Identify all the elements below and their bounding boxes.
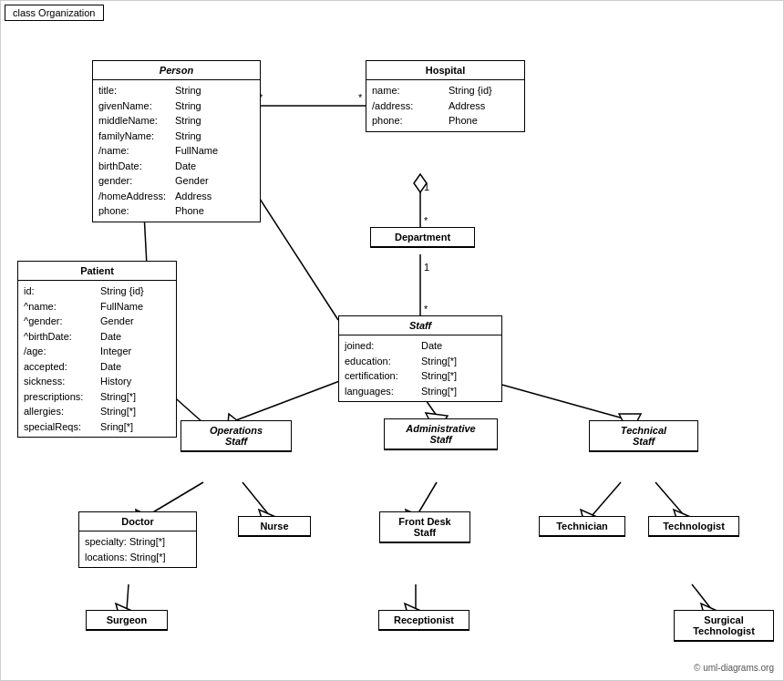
- diagram-canvas: class Organization * * 1 * 1 * * *: [0, 0, 784, 681]
- svg-line-32: [655, 482, 685, 516]
- svg-text:1: 1: [424, 262, 429, 273]
- patient-attrs: id:String {id} ^name:FullName ^gender:Ge…: [18, 281, 176, 437]
- surgeon-class: Surgeon: [86, 610, 168, 631]
- operations-staff-class: OperationsStaff: [181, 420, 292, 452]
- nurse-title: Nurse: [239, 517, 310, 536]
- surgeon-title: Surgeon: [87, 611, 167, 630]
- receptionist-class: Receptionist: [378, 610, 469, 631]
- staff-title: Staff: [339, 316, 501, 335]
- hospital-title: Hospital: [366, 61, 524, 80]
- front-desk-staff-title: Front DeskStaff: [380, 512, 469, 542]
- operations-staff-title: OperationsStaff: [181, 421, 291, 451]
- hospital-class: Hospital name:String {id} /address:Addre…: [366, 60, 525, 132]
- svg-line-34: [127, 584, 129, 610]
- surgical-technologist-class: SurgicalTechnologist: [674, 610, 774, 642]
- diagram-title: class Organization: [5, 5, 104, 21]
- person-attrs: title:String givenName:String middleName…: [93, 80, 260, 222]
- svg-marker-4: [414, 174, 427, 192]
- doctor-title: Doctor: [79, 512, 196, 531]
- svg-line-26: [242, 482, 270, 516]
- staff-attrs: joined:Date education:String[*] certific…: [339, 335, 501, 401]
- technologist-class: Technologist: [648, 516, 739, 537]
- technician-title: Technician: [540, 517, 624, 536]
- technical-staff-title: TechnicalStaff: [590, 421, 697, 451]
- person-class: Person title:String givenName:String mid…: [92, 60, 261, 222]
- front-desk-staff-class: Front DeskStaff: [379, 511, 470, 543]
- technologist-title: Technologist: [649, 517, 738, 536]
- staff-class: Staff joined:Date education:String[*] ce…: [338, 315, 502, 402]
- department-class: Department: [370, 227, 475, 248]
- doctor-class: Doctor specialty: String[*] locations: S…: [78, 511, 197, 568]
- receptionist-title: Receptionist: [379, 611, 469, 630]
- svg-text:*: *: [424, 304, 428, 315]
- copyright: © uml-diagrams.org: [694, 663, 774, 673]
- svg-line-30: [592, 482, 621, 516]
- svg-text:*: *: [424, 215, 428, 226]
- technician-class: Technician: [539, 516, 625, 537]
- nurse-class: Nurse: [238, 516, 311, 537]
- technical-staff-class: TechnicalStaff: [589, 420, 698, 452]
- person-title: Person: [93, 61, 260, 80]
- svg-text:1: 1: [424, 181, 429, 192]
- administrative-staff-class: AdministrativeStaff: [384, 418, 498, 450]
- department-title: Department: [371, 228, 474, 247]
- doctor-attrs: specialty: String[*] locations: String[*…: [79, 531, 196, 567]
- patient-class: Patient id:String {id} ^name:FullName ^g…: [17, 261, 177, 438]
- hospital-attrs: name:String {id} /address:Address phone:…: [366, 80, 524, 131]
- svg-text:*: *: [358, 92, 363, 103]
- surgical-technologist-title: SurgicalTechnologist: [675, 611, 773, 641]
- svg-line-38: [692, 584, 712, 610]
- patient-title: Patient: [18, 262, 176, 281]
- administrative-staff-title: AdministrativeStaff: [385, 419, 497, 449]
